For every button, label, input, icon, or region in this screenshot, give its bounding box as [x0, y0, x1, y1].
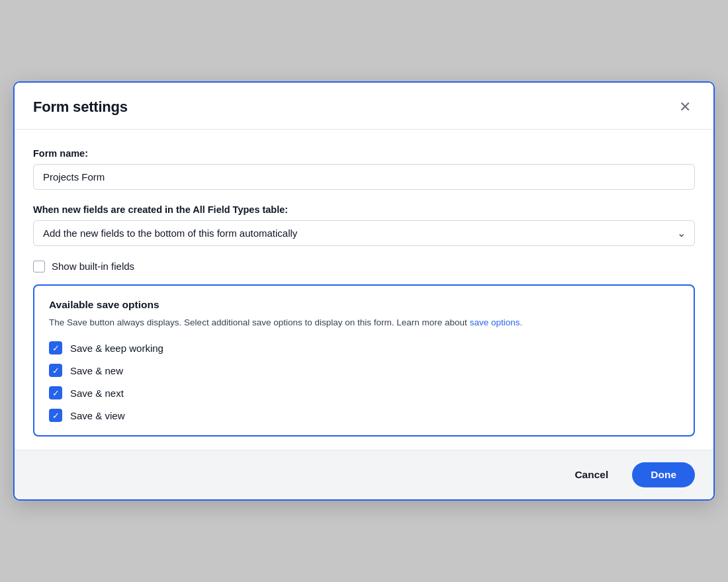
- save-options-box: Available save options The Save button a…: [33, 284, 695, 436]
- new-fields-select-wrapper: Add the new fields to the bottom of this…: [33, 220, 695, 246]
- save-keep-working-label: Save & keep working: [70, 343, 163, 354]
- dialog-footer: Cancel Done: [15, 450, 713, 499]
- close-icon: ✕: [679, 100, 691, 114]
- save-option-row-0: ✓ Save & keep working: [49, 341, 679, 354]
- save-new-checkbox[interactable]: ✓: [49, 364, 62, 377]
- save-options-link[interactable]: save options.: [470, 317, 523, 327]
- save-next-label: Save & next: [70, 388, 124, 399]
- save-option-row-2: ✓ Save & next: [49, 386, 679, 399]
- save-options-title: Available save options: [49, 299, 679, 311]
- form-name-label: Form name:: [33, 148, 695, 159]
- dialog-header: Form settings ✕: [15, 83, 713, 130]
- new-fields-select[interactable]: Add the new fields to the bottom of this…: [33, 220, 695, 246]
- save-view-checkbox[interactable]: ✓: [49, 409, 62, 422]
- done-button[interactable]: Done: [632, 462, 695, 487]
- new-fields-label: When new fields are created in the All F…: [33, 204, 695, 215]
- checkmark-icon: ✓: [52, 343, 60, 353]
- save-options-desc-text: The Save button always displays. Select …: [49, 317, 467, 327]
- save-option-row-1: ✓ Save & new: [49, 364, 679, 377]
- save-option-row-3: ✓ Save & view: [49, 409, 679, 422]
- dialog-body: Form name: When new fields are created i…: [15, 130, 713, 450]
- save-view-label: Save & view: [70, 410, 125, 421]
- save-next-checkbox[interactable]: ✓: [49, 386, 62, 399]
- form-name-input[interactable]: [33, 164, 695, 190]
- close-button[interactable]: ✕: [675, 97, 695, 117]
- save-keep-working-checkbox[interactable]: ✓: [49, 341, 62, 354]
- show-builtin-label: Show built-in fields: [52, 261, 134, 272]
- show-builtin-checkbox[interactable]: [33, 261, 45, 272]
- dialog-title: Form settings: [33, 99, 128, 116]
- checkmark-icon: ✓: [52, 388, 60, 398]
- save-options-desc: The Save button always displays. Select …: [49, 316, 679, 329]
- new-fields-group: When new fields are created in the All F…: [33, 204, 695, 246]
- cancel-button[interactable]: Cancel: [560, 462, 623, 487]
- dialog-overlay: Form settings ✕ Form name: When new fiel…: [0, 0, 728, 582]
- form-settings-dialog: Form settings ✕ Form name: When new fiel…: [13, 81, 715, 501]
- checkmark-icon: ✓: [52, 366, 60, 376]
- form-name-group: Form name:: [33, 148, 695, 190]
- checkmark-icon: ✓: [52, 411, 60, 421]
- save-new-label: Save & new: [70, 365, 123, 376]
- show-builtin-row: Show built-in fields: [33, 261, 695, 272]
- new-fields-selected-value: Add the new fields to the bottom of this…: [43, 228, 297, 239]
